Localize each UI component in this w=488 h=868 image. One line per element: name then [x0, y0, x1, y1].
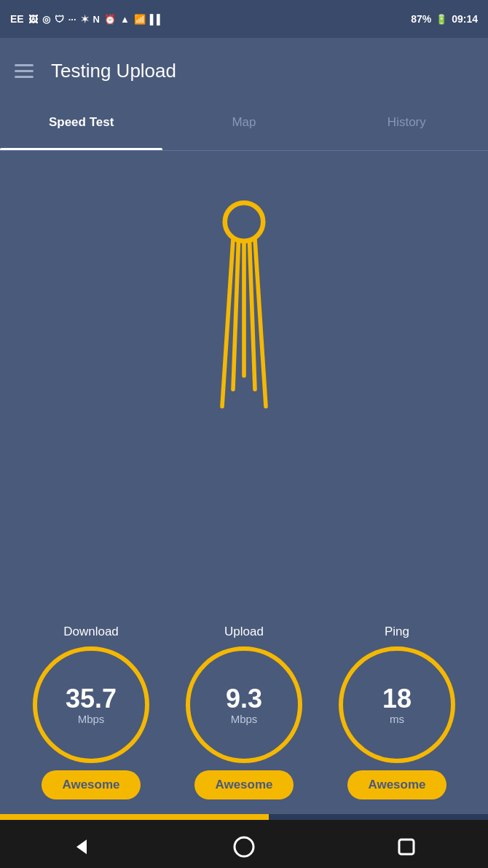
hamburger-line: [15, 64, 34, 66]
upload-unit: Mbps: [231, 713, 258, 725]
status-left: EE 🖼 ◎ 🛡 ··· ✶ N ⏰ ▲ 📶 ▌▌: [10, 13, 163, 25]
recents-button[interactable]: [388, 829, 425, 865]
upload-label: Upload: [224, 625, 264, 639]
svg-marker-6: [76, 840, 87, 854]
tab-speed-test[interactable]: Speed Test: [0, 103, 162, 150]
ping-circle: 18 ms: [339, 646, 455, 763]
status-bar: EE 🖼 ◎ 🛡 ··· ✶ N ⏰ ▲ 📶 ▌▌ 87% 🔋 09:14: [0, 0, 488, 38]
hamburger-line: [15, 76, 34, 78]
carrier-text: EE: [10, 13, 24, 25]
upload-badge[interactable]: Awesome: [194, 770, 293, 799]
progress-bar: [0, 814, 488, 820]
svg-point-0: [225, 203, 264, 241]
ping-label: Ping: [385, 625, 409, 639]
battery-icon: 🔋: [436, 14, 447, 25]
upload-animation-icon: [200, 195, 288, 413]
time-display: 09:14: [452, 13, 478, 25]
nfc-icon: N: [93, 14, 100, 25]
svg-rect-8: [399, 840, 414, 854]
download-badge[interactable]: Awesome: [42, 770, 140, 799]
status-right: 87% 🔋 09:14: [411, 13, 478, 25]
svg-line-2: [233, 241, 239, 389]
download-label: Download: [63, 625, 119, 639]
compass-icon: ◎: [42, 14, 50, 25]
dots-icon: ···: [68, 14, 76, 25]
back-button[interactable]: [63, 829, 100, 865]
progress-bar-fill: [0, 814, 269, 820]
ping-metric: Ping 18 ms Awesome: [339, 625, 455, 799]
tabs-container: Speed Test Map History: [0, 103, 488, 150]
back-icon: [71, 836, 93, 858]
wifi-icon: 📶: [134, 14, 146, 25]
home-icon: [232, 834, 256, 859]
signal-icon: ▲: [120, 14, 130, 25]
bluetooth-icon: ✶: [81, 14, 89, 25]
download-circle: 35.7 Mbps: [33, 646, 149, 763]
svg-point-7: [235, 837, 253, 856]
main-content: Download 35.7 Mbps Awesome Upload 9.3 Mb…: [0, 151, 488, 814]
upload-metric: Upload 9.3 Mbps Awesome: [186, 625, 302, 799]
metrics-row: Download 35.7 Mbps Awesome Upload 9.3 Mb…: [15, 625, 473, 799]
header: Testing Upload: [0, 38, 488, 103]
hamburger-line: [15, 70, 34, 72]
recents-icon: [396, 837, 417, 857]
download-value: 35.7: [66, 684, 117, 713]
menu-button[interactable]: [15, 64, 34, 78]
svg-line-4: [250, 241, 256, 389]
download-unit: Mbps: [78, 713, 105, 725]
page-title: Testing Upload: [51, 60, 176, 82]
speed-animation: [200, 195, 288, 413]
metrics-section: Download 35.7 Mbps Awesome Upload 9.3 Mb…: [15, 625, 473, 799]
ping-badge[interactable]: Awesome: [347, 770, 446, 799]
tab-history[interactable]: History: [326, 103, 488, 150]
shield-icon: 🛡: [55, 14, 64, 25]
alarm-icon: ⏰: [104, 14, 116, 25]
upload-circle: 9.3 Mbps: [186, 646, 302, 763]
upload-value: 9.3: [226, 684, 262, 713]
network-icon: ▌▌: [150, 14, 163, 25]
ping-value: 18: [382, 684, 412, 713]
ping-unit: ms: [390, 713, 404, 725]
image-icon: 🖼: [28, 14, 38, 25]
bottom-nav: [0, 820, 488, 868]
home-button[interactable]: [226, 829, 262, 865]
download-metric: Download 35.7 Mbps Awesome: [33, 625, 149, 799]
battery-percent: 87%: [411, 13, 431, 25]
tab-map[interactable]: Map: [162, 103, 325, 150]
